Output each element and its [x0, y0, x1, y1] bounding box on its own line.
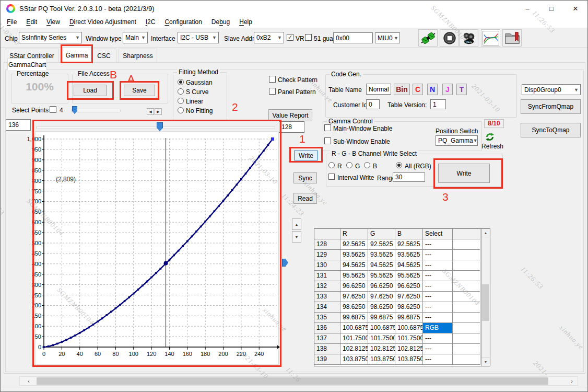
- table-cell[interactable]: [453, 333, 480, 344]
- point-left-input[interactable]: 136: [6, 119, 31, 131]
- menu-direct-video-adjustment[interactable]: Direct Video Adjustment: [65, 17, 141, 27]
- gamma-table[interactable]: RGBSelect12892.562592.562592.5625---1299…: [314, 228, 490, 366]
- table-cell[interactable]: 97.6250: [368, 292, 395, 302]
- scroll-down-icon[interactable]: ▼: [481, 358, 490, 366]
- check-pattern-checkbox[interactable]: [269, 76, 276, 83]
- table-cell[interactable]: 101.7500: [368, 333, 395, 344]
- table-cell[interactable]: 128: [314, 239, 340, 250]
- j-button[interactable]: J: [442, 84, 453, 95]
- table-cell[interactable]: ---: [423, 250, 453, 260]
- table-cell[interactable]: ---: [423, 260, 453, 271]
- table-cell[interactable]: ---: [423, 271, 453, 281]
- table-cell[interactable]: [453, 239, 480, 250]
- table-cell[interactable]: 100.6875: [395, 323, 423, 333]
- scroll-left-icon[interactable]: ‹: [24, 377, 33, 385]
- c-button[interactable]: C: [413, 84, 423, 95]
- gamma-curve-chart[interactable]: 0501001502002503003504004505005506006507…: [20, 131, 281, 367]
- table-cell[interactable]: 133: [314, 292, 340, 302]
- table-cell[interactable]: 138: [314, 344, 340, 354]
- table-cell[interactable]: 98.6250: [340, 302, 368, 313]
- table-cell[interactable]: 135: [314, 313, 340, 323]
- interface-select[interactable]: I2C - USB▼: [178, 32, 219, 43]
- table-cell[interactable]: 100.6875: [340, 323, 368, 333]
- bin-button[interactable]: Bin: [394, 84, 410, 95]
- table-cell[interactable]: [453, 281, 480, 292]
- fitting-radio-gaussian[interactable]: [178, 79, 184, 85]
- table-cell[interactable]: [453, 260, 480, 271]
- table-cell[interactable]: 130: [314, 260, 340, 271]
- sync-from-qmap-button[interactable]: SyncFromQmap: [521, 99, 581, 114]
- table-cell[interactable]: 94.5625: [395, 260, 423, 271]
- stop-button[interactable]: [440, 29, 459, 47]
- point-right-input[interactable]: 128: [279, 121, 304, 133]
- scroll-up-button[interactable]: ▲: [292, 218, 301, 230]
- table-name-input[interactable]: Normal: [366, 84, 391, 95]
- table-cell[interactable]: 93.5625: [368, 250, 395, 260]
- guard-value-input[interactable]: 0x00: [333, 32, 373, 43]
- channel-g-radio[interactable]: [346, 162, 352, 168]
- save-button[interactable]: Save: [124, 85, 155, 96]
- table-cell[interactable]: [453, 344, 480, 354]
- chip-select[interactable]: SsInfinity Series▼: [19, 32, 82, 43]
- table-cell[interactable]: 102.8125: [395, 344, 423, 354]
- range-input[interactable]: 30: [393, 172, 425, 182]
- table-cell[interactable]: 103.8750: [368, 354, 395, 365]
- guard-checkbox[interactable]: [305, 34, 312, 41]
- scroll-right-icon[interactable]: ›: [567, 377, 577, 385]
- sync-to-qmap-button[interactable]: SyncToQmap: [521, 123, 581, 137]
- menu-view[interactable]: View: [42, 17, 65, 27]
- table-cell[interactable]: 92.5625: [340, 239, 368, 250]
- channel-b-radio[interactable]: [364, 162, 370, 168]
- table-cell[interactable]: [453, 354, 480, 365]
- table-cell[interactable]: 99.6875: [368, 313, 395, 323]
- connect-button[interactable]: [418, 29, 438, 47]
- table-cell[interactable]: 99.6875: [395, 313, 423, 323]
- table-cell[interactable]: 99.6875: [340, 313, 368, 323]
- table-cell[interactable]: 136: [314, 323, 340, 333]
- table-cell[interactable]: 96.6250: [395, 281, 423, 292]
- table-cell[interactable]: 132: [314, 281, 340, 292]
- table-cell[interactable]: 102.8125: [340, 344, 368, 354]
- panel-pattern-checkbox[interactable]: [269, 88, 276, 95]
- table-scrollbar-thumb[interactable]: [482, 284, 489, 321]
- table-cell[interactable]: ---: [423, 239, 453, 250]
- table-cell[interactable]: ---: [423, 281, 453, 292]
- table-cell[interactable]: 103.8750: [340, 354, 368, 365]
- disp-group-select[interactable]: Disp0Group0▼: [522, 84, 581, 95]
- t-button[interactable]: T: [456, 84, 467, 95]
- refresh-button[interactable]: [485, 132, 495, 142]
- step-left-button[interactable]: ◀: [147, 108, 154, 115]
- menu-edit[interactable]: Edit: [21, 17, 42, 27]
- table-cell[interactable]: 93.5625: [395, 250, 423, 260]
- fitting-radio-linear[interactable]: [178, 98, 184, 104]
- table-cell[interactable]: 97.6250: [395, 292, 423, 302]
- load-button[interactable]: Load: [74, 85, 107, 96]
- menu-i2c[interactable]: I2C: [141, 17, 160, 27]
- tab-gammachart[interactable]: GammaChart: [7, 59, 47, 70]
- curves-button[interactable]: [481, 29, 500, 47]
- fitting-radio-s-curve[interactable]: [178, 88, 184, 95]
- menu-debug[interactable]: Debug: [207, 17, 234, 27]
- table-cell[interactable]: 139: [314, 354, 340, 365]
- table-cell[interactable]: [453, 313, 480, 323]
- table-cell[interactable]: 101.7500: [340, 333, 368, 344]
- tab-gamma[interactable]: Gamma: [62, 47, 91, 63]
- menu-file[interactable]: File: [2, 17, 21, 27]
- vr-checkbox[interactable]: ✓: [287, 34, 293, 41]
- table-cell[interactable]: 95.5625: [368, 271, 395, 281]
- interval-write-checkbox[interactable]: [328, 174, 335, 180]
- tab-csc[interactable]: CSC: [91, 49, 116, 63]
- slave-addr-select[interactable]: 0xB2▼: [254, 32, 284, 43]
- sub-window-enable-checkbox[interactable]: [324, 137, 331, 144]
- table-cell[interactable]: 94.5625: [340, 260, 368, 271]
- table-cell[interactable]: ---: [423, 302, 453, 313]
- table-cell[interactable]: 102.8125: [368, 344, 395, 354]
- scroll-down-button[interactable]: ▼: [292, 231, 301, 243]
- table-cell[interactable]: 103.8750: [395, 354, 423, 365]
- table-cell[interactable]: 95.5625: [340, 271, 368, 281]
- table-cell[interactable]: 134: [314, 302, 340, 313]
- table-cell[interactable]: RGB: [423, 323, 453, 333]
- table-cell[interactable]: 92.5625: [368, 239, 395, 250]
- table-cell[interactable]: [453, 250, 480, 260]
- curve-position-slider[interactable]: [36, 126, 275, 129]
